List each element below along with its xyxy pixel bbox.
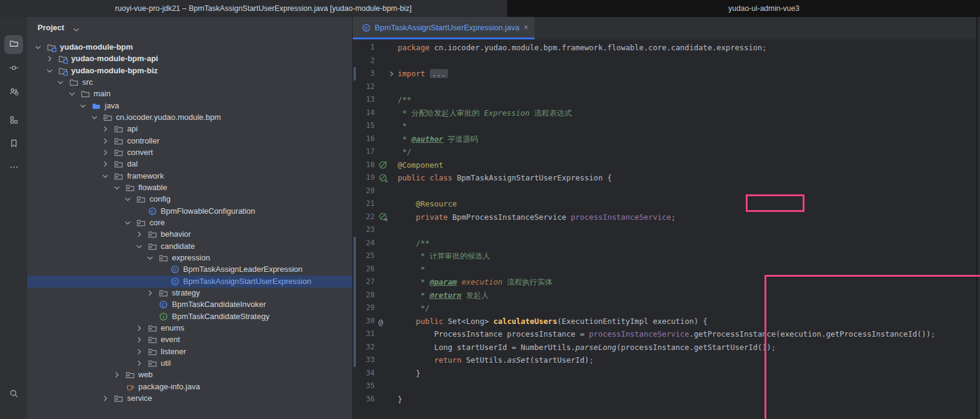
code-line-12[interactable]: 12 [353, 81, 976, 94]
tree-item-config[interactable]: config [27, 193, 352, 205]
tree-item-controller[interactable]: controller [27, 135, 352, 147]
code-line-16[interactable]: 16 * @author 芋道源码 [353, 133, 976, 146]
chevron-right-icon[interactable] [145, 288, 155, 298]
commit-tool-button[interactable] [4, 59, 23, 78]
tree-item-listener[interactable]: listener [27, 346, 352, 358]
close-icon[interactable]: × [524, 22, 528, 32]
chevron-right-icon[interactable] [134, 335, 144, 345]
editor-tab-active[interactable]: C BpmTaskAssignStartUserExpression.java … [353, 17, 534, 39]
tree-item-strategy[interactable]: strategy [27, 287, 352, 299]
tree-item-yudao-module-bpm-api[interactable]: yudao-module-bpm-api [27, 53, 352, 65]
chevron-down-icon[interactable] [33, 42, 43, 52]
tree-item-expression[interactable]: expression [27, 252, 352, 264]
chevron-down-icon[interactable] [90, 113, 99, 122]
code-line-33[interactable]: 33 return SetUtils.asSet(startUserId); [353, 354, 976, 367]
tree-item-bpmtaskcandidatestrategy[interactable]: IBpmTaskCandidateStrategy [27, 311, 352, 323]
tree-item-flowable[interactable]: flowable [27, 182, 352, 194]
code-line-31[interactable]: 31 ProcessInstance processInstance = pro… [353, 328, 976, 341]
code-line-18[interactable]: 18@Component [353, 159, 976, 172]
tree-item-src[interactable]: src [27, 76, 352, 88]
spring-bean-arrow-icon[interactable] [378, 212, 388, 222]
chevron-right-icon[interactable] [134, 323, 144, 333]
code-line-29[interactable]: 29 */ [353, 302, 976, 315]
more-tools-tool-button[interactable] [4, 159, 23, 177]
bookmarks-tool-button[interactable] [4, 135, 23, 154]
code-line-2[interactable]: 2 [353, 54, 976, 68]
chevron-right-icon[interactable] [100, 124, 110, 134]
chevron-down-icon[interactable] [56, 78, 65, 87]
code-line-1[interactable]: 1package cn.iocoder.yudao.module.bpm.fra… [353, 41, 976, 54]
at-override-icon[interactable]: @ [378, 316, 388, 326]
tree-item-java[interactable]: java [27, 100, 352, 112]
chevron-right-icon[interactable] [100, 136, 110, 146]
tree-item-api[interactable]: api [27, 123, 352, 135]
code-line-28[interactable]: 28 * @return 发起人 [353, 289, 976, 302]
code-line-15[interactable]: 15 * [353, 119, 976, 133]
code-line-22[interactable]: 22 private BpmProcessInstanceService pro… [353, 211, 976, 224]
tree-item-candidate[interactable]: candidate [27, 240, 352, 252]
code-line-34[interactable]: 34 } [353, 367, 976, 380]
project-folder-tool-button[interactable] [4, 35, 23, 54]
code-line-35[interactable]: 35 [353, 380, 976, 393]
structure-tool-button[interactable] [4, 111, 23, 130]
tree-item-behavior[interactable]: behavior [27, 228, 352, 240]
code-line-24[interactable]: 24 /** [353, 237, 976, 250]
tree-item-bpmtaskassignleaderexpression[interactable]: CBpmTaskAssignLeaderExpression [27, 263, 352, 275]
chevron-down-icon[interactable] [145, 253, 155, 263]
tree-item-yudao-module-bpm-biz[interactable]: yudao-module-bpm-biz [27, 65, 352, 77]
chevron-down-icon[interactable] [45, 66, 54, 76]
fold-chevron-icon[interactable] [387, 69, 396, 79]
code-line-36[interactable]: 36} [353, 393, 976, 406]
code-editor[interactable]: 1package cn.iocoder.yudao.module.bpm.fra… [353, 39, 976, 419]
code-line-26[interactable]: 26 * [353, 263, 976, 276]
pull-requests-tool-button[interactable]: ? [4, 83, 23, 102]
code-line-3[interactable]: 3import ... [353, 67, 976, 81]
project-panel-header[interactable]: Project [27, 17, 352, 41]
spring-bean-check-icon[interactable] [378, 160, 388, 170]
code-line-32[interactable]: 32 Long startUserId = NumberUtils.parseL… [353, 341, 976, 354]
code-line-14[interactable]: 14 * 分配给发起人审批的 Expression 流程表达式 [353, 107, 976, 120]
code-line-21[interactable]: 21 @Resource [353, 197, 976, 211]
chevron-down-icon[interactable] [100, 171, 110, 181]
chevron-down-icon[interactable] [78, 101, 88, 111]
tree-item-bpmtaskcandidateinvoker[interactable]: CBpmTaskCandidateInvoker [27, 299, 352, 311]
code-line-19[interactable]: 19public class BpmTaskAssignStartUserExp… [353, 171, 976, 185]
tree-item-service[interactable]: service [27, 392, 352, 404]
code-line-17[interactable]: 17 */ [353, 145, 976, 159]
tree-item-main[interactable]: main [27, 88, 352, 100]
chevron-down-icon[interactable] [123, 194, 133, 204]
tree-item-yudao-module-bpm[interactable]: yudao-module-bpm [27, 41, 352, 53]
tree-item-util[interactable]: util [27, 357, 352, 369]
tree-item-core[interactable]: core [27, 217, 352, 229]
tree-item-convert[interactable]: convert [27, 147, 352, 159]
code-line-25[interactable]: 25 * 计算审批的候选人 [353, 249, 976, 263]
tree-item-bpmtaskassignstartuserexpression[interactable]: CBpmTaskAssignStartUserExpression [27, 275, 352, 288]
code-line-30[interactable]: 30@ public Set<Long> calculateUsers(Exec… [353, 315, 976, 328]
code-line-20[interactable]: 20 [353, 185, 976, 198]
tree-item-framework[interactable]: framework [27, 170, 352, 182]
tree-item-enums[interactable]: enums [27, 322, 352, 334]
chevron-down-icon[interactable] [67, 89, 77, 99]
code-line-23[interactable]: 23 [353, 223, 976, 237]
tree-item-dal[interactable]: dal [27, 158, 352, 170]
chevron-down-icon[interactable] [112, 183, 122, 193]
tree-item-web[interactable]: web [27, 369, 352, 381]
chevron-right-icon[interactable] [100, 148, 110, 157]
code-line-13[interactable]: 13/** [353, 93, 976, 107]
chevron-right-icon[interactable] [100, 394, 110, 403]
search-tool-button[interactable] [4, 385, 23, 404]
chevron-down-icon[interactable] [123, 218, 133, 228]
code-line-27[interactable]: 27 * @param execution 流程执行实体 [353, 275, 976, 289]
tree-item-event[interactable]: event [27, 334, 352, 346]
tree-item-cn-iocoder-yudao-module-bpm[interactable]: cn.iocoder.yudao.module.bpm [27, 111, 352, 124]
chevron-right-icon[interactable] [134, 358, 144, 368]
chevron-right-icon[interactable] [100, 159, 110, 169]
spring-bean-nav-icon[interactable] [378, 173, 388, 183]
tree-item-package-info-java[interactable]: package-info.java [27, 381, 352, 393]
chevron-right-icon[interactable] [134, 229, 144, 239]
chevron-down-icon[interactable] [134, 242, 144, 251]
chevron-right-icon[interactable] [134, 347, 144, 357]
chevron-right-icon[interactable] [45, 54, 54, 64]
chevron-right-icon[interactable] [112, 370, 122, 380]
tree-item-bpmflowableconfiguration[interactable]: CBpmFlowableConfiguration [27, 205, 352, 217]
